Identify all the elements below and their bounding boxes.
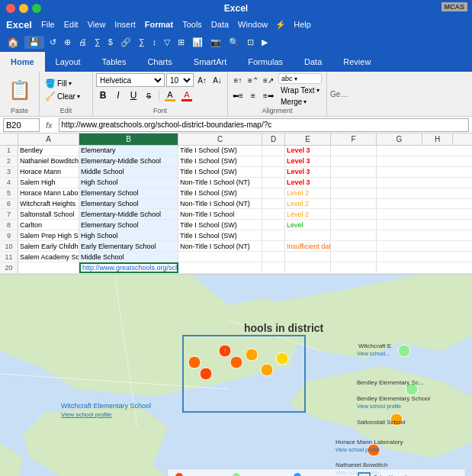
cell-c4[interactable]: Non-Title I School (NT) [178, 178, 262, 188]
strikethrough-button[interactable]: S̶ [142, 88, 156, 102]
tab-smartart[interactable]: SmartArt [183, 52, 237, 72]
highlight-color-button[interactable]: A [162, 90, 178, 101]
increase-font-button[interactable]: A↑ [195, 73, 209, 87]
menu-view[interactable]: View [85, 20, 109, 29]
menu-window[interactable]: Window [235, 20, 271, 29]
col-header-b[interactable]: B [79, 133, 178, 145]
font-family-select[interactable]: Helvetica [96, 73, 165, 87]
cell-a2[interactable]: Nathaniel Bowditch [18, 156, 79, 166]
wrap-text-button[interactable]: Wrap Text ▾ [278, 85, 322, 95]
table-row-active[interactable]: 20 http://www.greatschools.org/school-di… [0, 262, 472, 274]
clear-button[interactable]: 🧹 Clear ▾ [43, 91, 89, 102]
fill-button[interactable]: 🪣 Fill ▾ [43, 78, 89, 89]
tab-review[interactable]: Review [332, 52, 381, 72]
cell-f8[interactable] [331, 220, 377, 230]
cell-e9[interactable] [285, 230, 331, 240]
cell-f6[interactable] [331, 199, 377, 209]
cell-d1[interactable] [262, 146, 285, 156]
close-button[interactable] [6, 4, 15, 13]
cell-f7[interactable] [331, 209, 377, 219]
cell-d4[interactable] [262, 178, 285, 188]
cell-d2[interactable] [262, 156, 285, 166]
cell-b4[interactable]: High School [79, 178, 178, 188]
cell-d7[interactable] [262, 209, 285, 219]
paste-button[interactable]: 📋 [5, 73, 34, 107]
tab-formulas[interactable]: Formulas [237, 52, 294, 72]
formula-input[interactable]: http://www.greatschools.org/school-distr… [59, 118, 469, 132]
abc-format-button[interactable]: abc ▾ [278, 73, 322, 84]
cell-reference-input[interactable] [3, 118, 40, 132]
cell-f11[interactable] [331, 252, 377, 262]
home-icon[interactable]: 🏠 [5, 35, 21, 50]
tab-data[interactable]: Data [294, 52, 332, 72]
merge-button[interactable]: Merge ▾ [278, 97, 322, 107]
cell-b2[interactable]: Elementary-Middle School [79, 156, 178, 166]
cell-e3[interactable]: Level 3 [285, 167, 331, 177]
cell-d10[interactable] [262, 241, 285, 251]
cell-d3[interactable] [262, 167, 285, 177]
cell-c2[interactable]: Title I School (SW) [178, 156, 262, 166]
redo-icon[interactable]: ⊕ [62, 36, 73, 49]
cell-e2[interactable]: Level 3 [285, 156, 331, 166]
cell-c20[interactable] [178, 262, 262, 273]
sum-icon[interactable]: ∑ [92, 36, 103, 48]
tab-layout[interactable]: Layout [45, 52, 92, 72]
filter-icon[interactable]: ▽ [162, 36, 172, 49]
bold-button[interactable]: B [96, 88, 110, 102]
col-header-a[interactable]: A [18, 133, 79, 145]
menu-edit[interactable]: Edit [61, 20, 82, 29]
menu-insert[interactable]: Insert [111, 20, 139, 29]
align-right-button[interactable]: ≡➡ [262, 88, 275, 102]
italic-button[interactable]: I [111, 88, 125, 102]
cell-a5[interactable]: Horace Mann Laboratory [18, 188, 79, 198]
link-icon[interactable]: 🔗 [118, 36, 133, 49]
menu-excel[interactable]: Excel [3, 19, 35, 31]
cell-e20[interactable] [285, 262, 331, 273]
tab-home[interactable]: Home [0, 52, 45, 72]
border-icon[interactable]: ⊡ [245, 36, 256, 49]
print-icon[interactable]: 🖨 [76, 36, 89, 48]
align-center-button[interactable]: ≡ [246, 88, 260, 102]
maximize-button[interactable] [32, 4, 41, 13]
menu-help[interactable]: Help [291, 20, 314, 29]
cell-e4[interactable]: Level 3 [285, 178, 331, 188]
col-header-f[interactable]: F [331, 133, 377, 145]
cell-a9[interactable]: Salem Prep High School [18, 230, 79, 240]
col-header-g[interactable]: G [377, 133, 422, 145]
cell-d8[interactable] [262, 220, 285, 230]
align-top-right-button[interactable]: ≡↗ [262, 73, 275, 87]
cell-b11[interactable]: Middle School [79, 252, 178, 262]
cell-f20[interactable] [331, 262, 377, 273]
font-color-button[interactable]: A [179, 90, 194, 101]
cell-b1[interactable]: Elementary [79, 146, 178, 156]
cell-a8[interactable]: Carlton [18, 220, 79, 230]
col-header-d[interactable]: D [262, 133, 285, 145]
cell-c11[interactable] [178, 252, 262, 262]
camera-icon[interactable]: 📷 [208, 36, 223, 49]
cell-c6[interactable]: Non-Title I School (NT) [178, 199, 262, 209]
cell-e5[interactable]: Level 2 [285, 188, 331, 198]
cell-f10[interactable] [331, 241, 377, 251]
cell-e6[interactable]: Level 2 [285, 199, 331, 209]
align-top-center-button[interactable]: ≡⌃ [246, 73, 260, 87]
cell-b7[interactable]: Elementary-Middle School [79, 209, 178, 219]
cell-a20[interactable] [18, 262, 79, 273]
menu-tools[interactable]: Tools [179, 20, 205, 29]
align-left-button[interactable]: ⬅≡ [231, 88, 245, 102]
cell-f3[interactable] [331, 167, 377, 177]
sum2-icon[interactable]: ∑ [136, 36, 147, 48]
currency-icon[interactable]: $ [106, 36, 115, 48]
cell-e1[interactable]: Level 3 [285, 146, 331, 156]
align-top-left-button[interactable]: ≡↑ [231, 73, 245, 87]
cell-a11[interactable]: Salem Academy School Charter [18, 252, 79, 262]
cell-e8[interactable]: Level [285, 220, 331, 230]
cell-d11[interactable] [262, 252, 285, 262]
tab-tables[interactable]: Tables [92, 52, 137, 72]
cell-a6[interactable]: Witchcraft Heights [18, 199, 79, 209]
cell-c7[interactable]: Non-Title I School [178, 209, 262, 219]
cell-b8[interactable]: Elementary School [79, 220, 178, 230]
cell-d20[interactable] [262, 262, 285, 273]
sort-icon[interactable]: ↕ [150, 36, 159, 48]
cell-f5[interactable] [331, 188, 377, 198]
cell-c10[interactable]: Non-Title I School (NT) [178, 241, 262, 251]
